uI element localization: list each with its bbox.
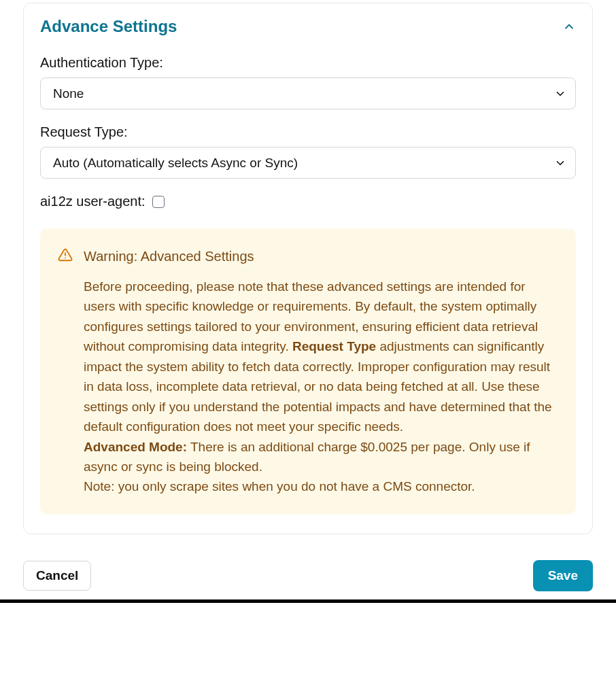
warning-content: Warning: Advanced Settings Before procee… bbox=[84, 246, 558, 497]
actions-row: Cancel Save bbox=[23, 560, 593, 597]
request-type-select[interactable]: Auto (Automatically selects Async or Syn… bbox=[40, 147, 576, 179]
cancel-button[interactable]: Cancel bbox=[23, 561, 91, 591]
authentication-type-select-wrapper: None bbox=[40, 77, 576, 109]
card-title: Advance Settings bbox=[40, 17, 177, 36]
request-type-field: Request Type: Auto (Automatically select… bbox=[40, 124, 576, 179]
user-agent-checkbox[interactable] bbox=[152, 196, 165, 208]
authentication-type-label: Authentication Type: bbox=[40, 55, 576, 71]
authentication-type-field: Authentication Type: None bbox=[40, 55, 576, 109]
warning-p3-bold: Advanced Mode: bbox=[84, 440, 187, 454]
card-header[interactable]: Advance Settings bbox=[40, 17, 576, 36]
warning-p4: Note: you only scrape sites when you do … bbox=[84, 479, 475, 493]
request-type-label: Request Type: bbox=[40, 124, 576, 140]
authentication-type-select[interactable]: None bbox=[40, 77, 576, 109]
warning-box: Warning: Advanced Settings Before procee… bbox=[40, 228, 576, 515]
chevron-up-icon bbox=[562, 20, 576, 33]
bottom-divider bbox=[0, 599, 616, 603]
save-button[interactable]: Save bbox=[533, 560, 593, 591]
warning-p2-bold: Request Type bbox=[292, 339, 376, 353]
warning-body: Before proceeding, please note that thes… bbox=[84, 277, 558, 497]
user-agent-field: ai12z user-agent: bbox=[40, 194, 576, 209]
warning-icon bbox=[58, 247, 73, 262]
request-type-select-wrapper: Auto (Automatically selects Async or Syn… bbox=[40, 147, 576, 179]
user-agent-label: ai12z user-agent: bbox=[40, 194, 146, 209]
warning-title: Warning: Advanced Settings bbox=[84, 246, 558, 267]
advance-settings-card: Advance Settings Authentication Type: No… bbox=[23, 3, 593, 534]
